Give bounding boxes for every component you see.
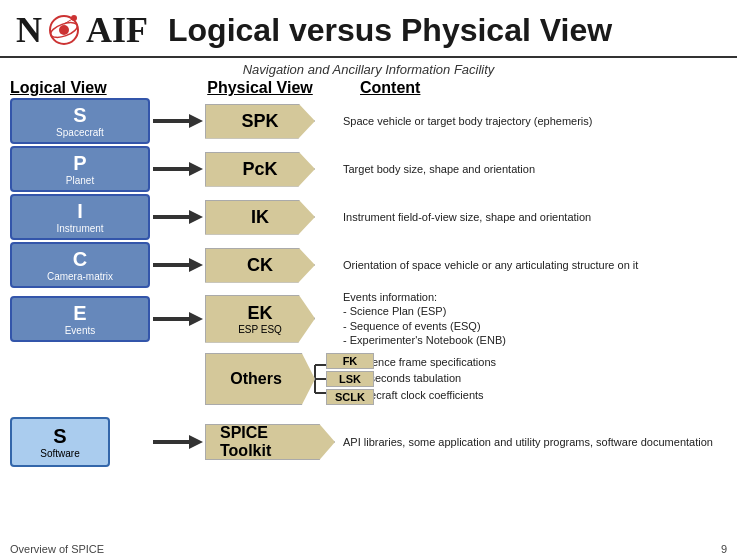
logical-box-c: C Camera-matrix <box>10 242 150 288</box>
physical-box-ek: EK ESP ESQ <box>205 295 315 343</box>
footer: Overview of SPICE 9 <box>10 543 727 555</box>
content-software: API libraries, some application and util… <box>335 435 727 449</box>
label-planet: Planet <box>20 175 140 186</box>
logical-col-header: Logical View <box>10 79 180 97</box>
letter-s: S <box>20 104 140 127</box>
others-content-lsk: Leapseconds tabulation <box>345 372 727 385</box>
arrow-icon <box>153 435 203 449</box>
label-spacecraft: Spacecraft <box>20 127 140 138</box>
physical-col-header: Physical View <box>180 79 340 97</box>
logical-box-s: S Spacecraft <box>10 98 150 144</box>
physical-others-area: Others FK LSK SCLK <box>205 353 335 405</box>
naif-logo-icon <box>44 8 84 52</box>
content-col-header: Content <box>340 79 727 97</box>
arrow-e-ek <box>150 312 205 326</box>
logical-box-software: S Software <box>10 417 110 467</box>
page-title: Logical versus Physical View <box>168 12 721 49</box>
physical-box-pck: PcK <box>205 152 315 187</box>
letter-i: I <box>20 200 140 223</box>
arrow-icon <box>153 312 203 326</box>
physical-box-ck: CK <box>205 248 315 283</box>
arrow-software <box>150 435 205 449</box>
physical-ek: EK ESP ESQ <box>205 295 335 343</box>
content-spk: Space vehicle or target body trajectory … <box>335 114 727 128</box>
row-ik: I Instrument IK Instrument field-of-view… <box>10 195 727 239</box>
label-software: Software <box>20 448 100 459</box>
others-physical-group: Others FK LSK SCLK <box>205 353 374 405</box>
row-software: S Software SPICE Toolkit API libraries, … <box>10 416 727 468</box>
letter-e: E <box>73 302 86 325</box>
arrow-i-ik <box>150 210 205 224</box>
physical-box-ik: IK <box>205 200 315 235</box>
physical-ik: IK <box>205 200 335 235</box>
physical-box-others: Others <box>205 353 315 405</box>
content-pck: Target body size, shape and orientation <box>335 162 727 176</box>
physical-pck: PcK <box>205 152 335 187</box>
physical-box-spice: SPICE Toolkit <box>205 424 335 460</box>
letter-software: S <box>20 425 100 448</box>
rows-area: S Spacecraft SPK Space vehicle or target… <box>10 99 727 468</box>
row-pck: P Planet PcK Target body size, shape and… <box>10 147 727 191</box>
logical-box-p: P Planet <box>10 146 150 192</box>
others-fk: FK <box>326 353 374 369</box>
logical-c: C Camera-matrix <box>10 242 150 288</box>
footer-right: 9 <box>721 543 727 555</box>
logical-p: P Planet <box>10 146 150 192</box>
subtitle: Navigation and Ancillary Information Fac… <box>0 58 737 79</box>
physical-spk: SPK <box>205 104 335 139</box>
logo-aif: AIF <box>86 9 148 51</box>
logical-s: S Spacecraft <box>10 98 150 144</box>
physical-box-spk: SPK <box>205 104 315 139</box>
row-spk: S Spacecraft SPK Space vehicle or target… <box>10 99 727 143</box>
row-ek: E Events EK ESP ESQ Events information: … <box>10 291 727 346</box>
physical-ck: CK <box>205 248 335 283</box>
arrow-icon <box>153 210 203 224</box>
content-ek: Events information: - Science Plan (ESP)… <box>335 290 727 347</box>
svg-point-2 <box>59 25 69 35</box>
arrow-icon <box>153 162 203 176</box>
diagram-area: S Spacecraft SPK Space vehicle or target… <box>0 99 737 468</box>
logo: N AIF <box>16 8 148 52</box>
letter-p: P <box>20 152 140 175</box>
arrow-c-ck <box>150 258 205 272</box>
others-sclk: SCLK <box>326 389 374 405</box>
ek-label: EK <box>247 303 272 324</box>
others-lsk: LSK <box>326 371 374 387</box>
footer-left: Overview of SPICE <box>10 543 104 555</box>
others-sub-items: FK LSK SCLK <box>326 353 374 405</box>
logo-n: N <box>16 9 42 51</box>
label-camera: Camera-matrix <box>20 271 140 282</box>
physical-spice: SPICE Toolkit <box>205 424 335 460</box>
row-ck: C Camera-matrix CK Orientation of space … <box>10 243 727 287</box>
column-headers: Logical View Physical View Content <box>0 79 737 97</box>
ek-sub: ESP ESQ <box>238 324 282 335</box>
letter-c: C <box>20 248 140 271</box>
arrow-icon <box>153 258 203 272</box>
row-others: Others FK LSK SCLK Referen <box>10 350 727 408</box>
arrow-icon <box>153 114 203 128</box>
arrow-s-spk <box>150 114 205 128</box>
content-ik: Instrument field-of-view size, shape and… <box>335 210 727 224</box>
logical-box-i: I Instrument <box>10 194 150 240</box>
label-instrument: Instrument <box>20 223 140 234</box>
content-ck: Orientation of space vehicle or any arti… <box>335 258 727 272</box>
label-events: Events <box>65 325 96 336</box>
logical-i: I Instrument <box>10 194 150 240</box>
arrow-p-pck <box>150 162 205 176</box>
header: N AIF Logical versus Physical View <box>0 0 737 58</box>
others-content-fk: Reference frame specifications <box>345 356 727 369</box>
logical-software: S Software <box>10 417 150 467</box>
content-others: Reference frame specifications Leapsecon… <box>335 356 727 402</box>
logical-e: E Events <box>10 296 150 342</box>
logical-box-e: E Events <box>10 296 150 342</box>
others-content-sclk: Spacecraft clock coefficients <box>345 389 727 402</box>
